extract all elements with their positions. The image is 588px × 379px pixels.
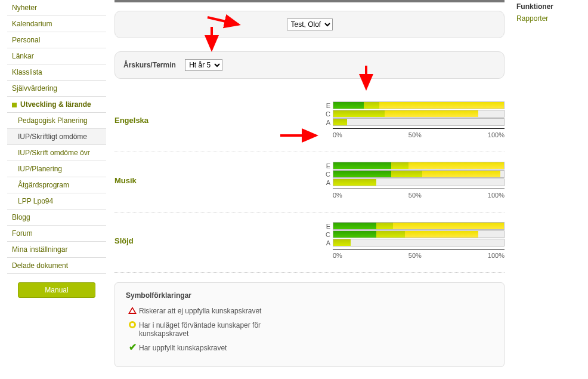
subject-chart: ECA0%50%100% bbox=[323, 101, 505, 138]
sidebar-item-9[interactable]: IUP/Skrift omdöme övr bbox=[7, 145, 106, 161]
right-sidebar: Funktioner Rapporter bbox=[510, 0, 588, 367]
sidebar-item-2[interactable]: Personal bbox=[7, 32, 106, 48]
bar-row-label: E bbox=[323, 162, 333, 170]
legend-panel: Symbolförklaringar Riskerar att ej uppfy… bbox=[114, 282, 505, 367]
legend-expect-text: Har i nuläget förväntade kunskaper för k… bbox=[139, 321, 294, 338]
term-select[interactable]: Ht år 5 bbox=[185, 59, 222, 71]
bar-track bbox=[333, 162, 505, 170]
axis-tick: 0% bbox=[333, 131, 342, 138]
sidebar-item-3[interactable]: Länkar bbox=[7, 48, 106, 64]
sidebar-item-12[interactable]: LPP Lpo94 bbox=[7, 193, 106, 209]
sidebar-item-15[interactable]: Mina inställningar bbox=[7, 242, 106, 258]
axis-tick: 100% bbox=[488, 131, 505, 138]
check-icon: ✔ bbox=[126, 344, 139, 351]
sidebar-item-11[interactable]: Åtgärdsprogram bbox=[7, 177, 106, 193]
sidebar-item-0[interactable]: Nyheter bbox=[7, 0, 106, 16]
subject-name[interactable]: Engelska bbox=[114, 116, 216, 125]
bar-track bbox=[333, 239, 505, 246]
axis-tick: 100% bbox=[488, 252, 505, 259]
bar-row-label: A bbox=[323, 239, 333, 246]
legend-heading: Symbolförklaringar bbox=[126, 291, 493, 300]
sidebar-item-5[interactable]: Självvärdering bbox=[7, 81, 106, 97]
svg-line-0 bbox=[208, 17, 239, 24]
sidebar-item-7[interactable]: Pedagogisk Planering bbox=[7, 113, 106, 129]
subject-row: SlöjdECA0%50%100% bbox=[114, 212, 505, 273]
bar-row-label: E bbox=[323, 102, 333, 109]
bar-track bbox=[333, 118, 505, 126]
bar-track bbox=[333, 101, 505, 109]
bar-track bbox=[333, 170, 505, 178]
sidebar-item-4[interactable]: Klasslista bbox=[7, 64, 106, 81]
bar-row-label: C bbox=[323, 231, 333, 238]
subject-row: EngelskaECA0%50%100% bbox=[114, 92, 505, 152]
subject-chart: ECA0%50%100% bbox=[323, 222, 505, 259]
bar-track bbox=[333, 230, 505, 238]
sidebar-item-10[interactable]: IUP/Planering bbox=[7, 161, 106, 177]
term-label: Årskurs/Termin bbox=[123, 61, 176, 69]
bar-row-label: C bbox=[323, 110, 333, 118]
student-select-panel: Test, Olof bbox=[114, 11, 505, 38]
legend-risk-text: Riskerar att ej uppfylla kunskapskravet bbox=[139, 307, 261, 315]
bar-track bbox=[333, 222, 505, 230]
warning-triangle-icon bbox=[126, 307, 139, 314]
subject-row: MusikECA0%50%100% bbox=[114, 152, 505, 212]
bar-row-label: E bbox=[323, 223, 333, 230]
student-select[interactable]: Test, Olof bbox=[287, 19, 333, 30]
sidebar-item-1[interactable]: Kalendarium bbox=[7, 16, 106, 32]
bar-track bbox=[333, 110, 505, 118]
manual-button[interactable]: Manual bbox=[18, 282, 95, 298]
bar-row-label: A bbox=[323, 179, 333, 186]
left-sidebar: NyheterKalendariumPersonalLänkarKlasslis… bbox=[0, 0, 109, 367]
sidebar-item-16[interactable]: Delade dokument bbox=[7, 258, 106, 274]
axis-tick: 50% bbox=[408, 252, 422, 259]
sidebar-item-14[interactable]: Forum bbox=[7, 226, 106, 242]
subject-name[interactable]: Musik bbox=[114, 176, 216, 185]
axis-tick: 0% bbox=[333, 252, 342, 259]
sidebar-item-6[interactable]: Utveckling & lärande bbox=[7, 97, 106, 113]
main-content: Test, Olof Årskurs/Termin Ht år 5 Engels… bbox=[109, 0, 510, 367]
functions-heading: Funktioner bbox=[516, 2, 582, 11]
axis-tick: 50% bbox=[408, 192, 422, 199]
legend-pass-text: Har uppfyllt kunskapskravet bbox=[139, 344, 227, 352]
axis-tick: 50% bbox=[408, 131, 422, 138]
bar-row-label: C bbox=[323, 171, 333, 178]
sidebar-item-8[interactable]: IUP/Skriftligt omdöme bbox=[7, 129, 106, 145]
bar-track bbox=[333, 178, 505, 186]
bar-row-label: A bbox=[323, 119, 333, 126]
subject-chart: ECA0%50%100% bbox=[323, 162, 505, 199]
circle-icon bbox=[126, 321, 139, 328]
term-filter-panel: Årskurs/Termin Ht år 5 bbox=[114, 51, 505, 79]
axis-tick: 100% bbox=[488, 192, 505, 199]
subject-name[interactable]: Slöjd bbox=[114, 236, 216, 245]
sidebar-item-13[interactable]: Blogg bbox=[7, 209, 106, 226]
reports-link[interactable]: Rapporter bbox=[516, 14, 548, 23]
axis-tick: 0% bbox=[333, 192, 342, 199]
